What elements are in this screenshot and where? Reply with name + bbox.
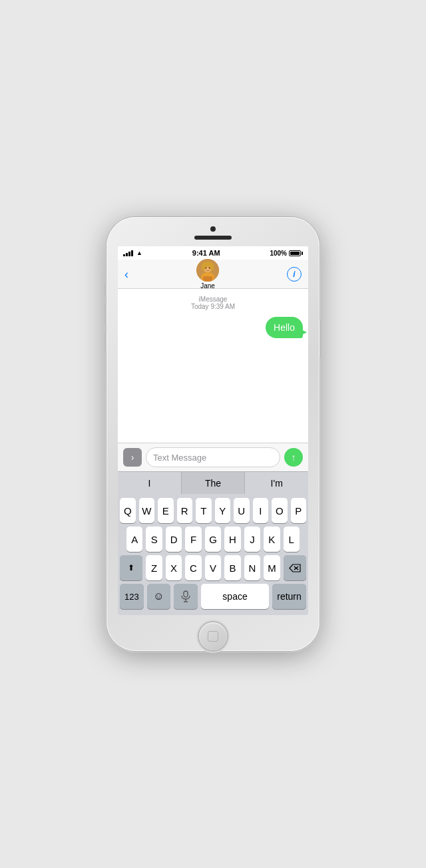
keyboard-row-bottom: 123 ☺ space return xyxy=(120,584,306,609)
contact-name: Jane xyxy=(200,282,215,290)
message-type-label: iMessage xyxy=(123,296,303,303)
key-h[interactable]: H xyxy=(224,527,240,552)
pred-suggestion-1[interactable]: The xyxy=(182,472,246,494)
svg-rect-11 xyxy=(184,591,188,597)
keyboard-row-3: ⬆ Z X C V B N M xyxy=(120,555,306,580)
key-x[interactable]: X xyxy=(166,555,182,580)
status-left: ▲ xyxy=(123,250,142,256)
key-o[interactable]: O xyxy=(272,498,288,523)
wifi-icon: ▲ xyxy=(136,250,142,256)
status-time: 9:41 AM xyxy=(192,249,220,257)
key-z[interactable]: Z xyxy=(146,555,162,580)
bubble-text: Hello xyxy=(274,322,295,333)
key-i[interactable]: I xyxy=(253,498,269,523)
input-area: › Text Message ↑ xyxy=(118,443,308,471)
emoji-key[interactable]: ☺ xyxy=(147,584,171,609)
key-b[interactable]: B xyxy=(224,555,240,580)
silent-switch[interactable] xyxy=(105,284,106,297)
numbers-key[interactable]: 123 xyxy=(120,584,144,609)
backspace-key[interactable] xyxy=(284,555,306,580)
volume-up-button[interactable] xyxy=(105,304,106,325)
key-k[interactable]: K xyxy=(264,527,280,552)
key-s[interactable]: S xyxy=(146,527,162,552)
key-q[interactable]: Q xyxy=(120,498,136,523)
pred-suggestion-0[interactable]: I xyxy=(118,472,182,494)
battery-body xyxy=(289,250,301,256)
key-n[interactable]: N xyxy=(244,555,260,580)
keyboard: Q W E R T Y U I O P A S D F G H J K xyxy=(118,494,308,615)
pred-suggestion-2[interactable]: I'm xyxy=(245,472,308,494)
contact-info-center[interactable]: Jane xyxy=(196,259,219,290)
screen: ▲ 9:41 AM 100% ‹ xyxy=(118,246,308,615)
battery-percent: 100% xyxy=(270,250,287,257)
home-button[interactable] xyxy=(199,622,227,650)
signal-icon xyxy=(123,250,133,256)
key-t[interactable]: T xyxy=(196,498,212,523)
svg-point-6 xyxy=(206,267,207,268)
front-camera xyxy=(210,226,216,232)
battery-icon xyxy=(289,250,303,256)
backspace-icon xyxy=(288,563,302,573)
top-bezel xyxy=(106,217,320,240)
key-u[interactable]: U xyxy=(234,498,250,523)
status-bar: ▲ 9:41 AM 100% xyxy=(118,246,308,260)
message-timestamp: Today 9:39 AM xyxy=(123,303,303,310)
volume-down-button[interactable] xyxy=(105,331,106,353)
back-chevron-icon: ‹ xyxy=(124,268,128,280)
microphone-icon xyxy=(181,590,190,602)
bar2 xyxy=(126,253,128,256)
key-a[interactable]: A xyxy=(126,527,142,552)
shift-key[interactable]: ⬆ xyxy=(120,555,142,580)
expand-icon: › xyxy=(131,452,134,463)
return-key[interactable]: return xyxy=(272,584,306,609)
key-d[interactable]: D xyxy=(166,527,182,552)
messages-area[interactable]: iMessage Today 9:39 AM Hello xyxy=(118,289,308,443)
battery-tip xyxy=(302,252,303,255)
power-button[interactable] xyxy=(320,320,321,357)
avatar-image xyxy=(196,259,219,282)
bottom-bezel xyxy=(199,622,227,651)
key-e[interactable]: E xyxy=(158,498,174,523)
key-j[interactable]: J xyxy=(244,527,260,552)
key-c[interactable]: C xyxy=(185,555,201,580)
svg-rect-8 xyxy=(203,276,212,282)
svg-point-7 xyxy=(209,267,210,268)
key-v[interactable]: V xyxy=(205,555,221,580)
timestamp-header: iMessage Today 9:39 AM xyxy=(123,296,303,310)
keyboard-row-1: Q W E R T Y U I O P xyxy=(120,498,306,523)
key-y[interactable]: Y xyxy=(215,498,231,523)
key-l[interactable]: L xyxy=(284,527,300,552)
bar4 xyxy=(131,250,133,256)
space-key[interactable]: space xyxy=(201,584,269,609)
sent-bubble: Hello xyxy=(266,317,303,338)
key-f[interactable]: F xyxy=(185,527,201,552)
expand-button[interactable]: › xyxy=(123,448,142,467)
mic-key[interactable] xyxy=(174,584,198,609)
battery-fill xyxy=(290,252,300,255)
key-p[interactable]: P xyxy=(291,498,307,523)
phone-frame: ▲ 9:41 AM 100% ‹ xyxy=(106,217,320,651)
input-placeholder: Text Message xyxy=(153,453,206,463)
info-button[interactable]: i xyxy=(287,267,302,282)
key-g[interactable]: G xyxy=(205,527,221,552)
avatar xyxy=(196,259,219,282)
info-icon: i xyxy=(293,270,295,279)
navigation-bar: ‹ xyxy=(118,260,308,289)
home-button-inner xyxy=(208,631,218,642)
send-button[interactable]: ↑ xyxy=(284,448,303,467)
message-row: Hello xyxy=(123,317,303,338)
status-right: 100% xyxy=(270,250,303,257)
keyboard-row-2: A S D F G H J K L xyxy=(120,527,306,552)
key-w[interactable]: W xyxy=(139,498,155,523)
send-icon: ↑ xyxy=(292,453,296,462)
back-button[interactable]: ‹ xyxy=(124,268,128,280)
key-m[interactable]: M xyxy=(264,555,280,580)
predictive-bar: I The I'm xyxy=(118,471,308,494)
bar3 xyxy=(128,252,130,256)
svg-point-5 xyxy=(210,263,214,271)
bar1 xyxy=(123,254,125,256)
key-r[interactable]: R xyxy=(177,498,193,523)
svg-point-4 xyxy=(202,263,206,271)
earpiece-speaker xyxy=(194,236,232,240)
message-input[interactable]: Text Message xyxy=(146,447,280,467)
